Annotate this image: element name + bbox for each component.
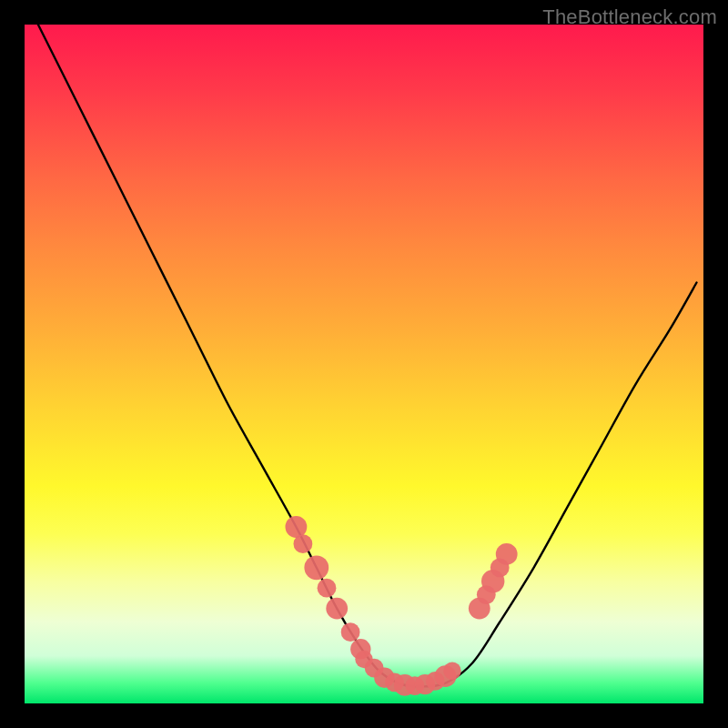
- marker-layer: [286, 516, 518, 696]
- highlight-marker: [496, 543, 518, 565]
- highlight-marker: [341, 622, 360, 642]
- highlight-marker: [304, 555, 329, 580]
- chart-svg: [25, 25, 703, 703]
- highlight-marker: [326, 598, 348, 620]
- curve-layer: [38, 25, 697, 686]
- highlight-marker: [443, 662, 460, 680]
- highlight-marker: [294, 534, 313, 553]
- bottleneck-curve: [38, 25, 697, 686]
- highlight-marker: [286, 516, 308, 538]
- attribution-text: TheBottleneck.com: [542, 5, 717, 29]
- highlight-marker: [318, 579, 337, 598]
- plot-frame: [25, 25, 703, 703]
